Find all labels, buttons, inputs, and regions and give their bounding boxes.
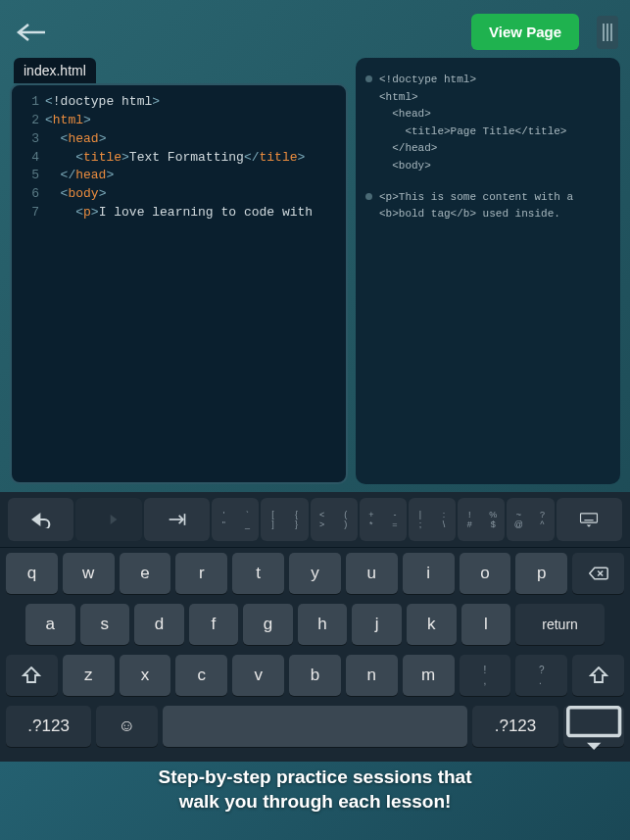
- line-number: 2: [18, 112, 39, 130]
- keyboard: '`"_ [{]} <(>) +-*= |:;\ !%#$ ~?@^ qwert…: [0, 492, 630, 762]
- key-d[interactable]: d: [134, 604, 184, 645]
- key-w[interactable]: w: [63, 553, 115, 594]
- dismiss-keyboard-button[interactable]: [557, 498, 622, 541]
- key-h[interactable]: h: [298, 604, 348, 645]
- key-g[interactable]: g: [243, 604, 293, 645]
- line-number: 5: [18, 167, 39, 185]
- code-line-content[interactable]: <!doctype html>: [45, 93, 160, 112]
- marketing-caption: Step-by-step practice sessions that walk…: [0, 757, 630, 822]
- tab-button[interactable]: [144, 498, 210, 541]
- sym-punct[interactable]: |:;\: [409, 498, 456, 541]
- key-q[interactable]: q: [6, 553, 58, 594]
- line-number: 7: [18, 204, 39, 222]
- svg-rect-5: [581, 514, 598, 522]
- key-z[interactable]: z: [63, 655, 115, 696]
- code-line-content[interactable]: <title>Text Formatting</title>: [45, 149, 305, 168]
- line-number: 6: [18, 185, 39, 204]
- key-m[interactable]: m: [403, 655, 455, 696]
- key-t[interactable]: t: [232, 553, 284, 594]
- return-key[interactable]: return: [515, 604, 605, 645]
- key-n[interactable]: n: [346, 655, 398, 696]
- punct-key-2[interactable]: ?.: [515, 655, 567, 696]
- key-x[interactable]: x: [120, 655, 171, 696]
- code-line-content[interactable]: </head>: [45, 167, 114, 185]
- key-a[interactable]: a: [25, 604, 75, 645]
- shift-key-right[interactable]: [572, 655, 624, 696]
- spacebar[interactable]: [163, 706, 468, 747]
- code-line-content[interactable]: <body>: [45, 185, 106, 204]
- hint-block-2: <p>This is some content with a <b>bold t…: [365, 189, 610, 223]
- code-line-content[interactable]: <head>: [45, 130, 106, 149]
- sym-brackets[interactable]: [{]}: [261, 498, 308, 541]
- key-v[interactable]: v: [232, 655, 284, 696]
- backspace-key[interactable]: [572, 553, 624, 594]
- back-button[interactable]: [16, 19, 47, 46]
- line-number: 3: [18, 130, 39, 149]
- hide-keyboard-key[interactable]: [563, 706, 624, 747]
- key-j[interactable]: j: [352, 604, 402, 645]
- key-s[interactable]: s: [80, 604, 130, 645]
- redo-button[interactable]: [75, 498, 141, 541]
- code-line-content[interactable]: <html>: [45, 112, 91, 130]
- view-page-button[interactable]: View Page: [471, 14, 579, 50]
- hint-block-1: <!doctype html> <html> <head> <title>Pag…: [365, 72, 610, 175]
- svg-rect-13: [567, 708, 619, 736]
- numbers-key-right[interactable]: .?123: [472, 706, 557, 747]
- shift-key-left[interactable]: [6, 655, 58, 696]
- line-number: 1: [18, 93, 39, 112]
- sym-angles[interactable]: <(>): [311, 498, 358, 541]
- key-c[interactable]: c: [175, 655, 227, 696]
- sym-quotes[interactable]: '`"_: [212, 498, 259, 541]
- panel-drag-handle[interactable]: [597, 16, 618, 49]
- emoji-key[interactable]: ☺: [96, 706, 157, 747]
- filename-tab[interactable]: index.html: [14, 58, 96, 83]
- numbers-key-left[interactable]: .?123: [6, 706, 91, 747]
- sym-special[interactable]: !%#$: [458, 498, 505, 541]
- code-editor[interactable]: 1<!doctype html>2<html>3 <head>4 <title>…: [10, 83, 348, 484]
- key-o[interactable]: o: [460, 553, 511, 594]
- key-y[interactable]: y: [289, 553, 341, 594]
- hint-panel: <!doctype html> <html> <head> <title>Pag…: [356, 58, 620, 484]
- key-b[interactable]: b: [289, 655, 341, 696]
- sym-math[interactable]: +-*=: [360, 498, 407, 541]
- key-k[interactable]: k: [407, 604, 457, 645]
- undo-button[interactable]: [8, 498, 73, 541]
- punct-key-1[interactable]: !,: [460, 655, 511, 696]
- sym-misc[interactable]: ~?@^: [507, 498, 554, 541]
- key-u[interactable]: u: [346, 553, 398, 594]
- key-r[interactable]: r: [175, 553, 227, 594]
- key-i[interactable]: i: [403, 553, 455, 594]
- key-l[interactable]: l: [461, 604, 511, 645]
- code-line-content[interactable]: <p>I love learning to code with: [45, 204, 313, 222]
- key-f[interactable]: f: [189, 604, 239, 645]
- line-number: 4: [18, 149, 39, 168]
- key-p[interactable]: p: [515, 553, 567, 594]
- key-e[interactable]: e: [120, 553, 171, 594]
